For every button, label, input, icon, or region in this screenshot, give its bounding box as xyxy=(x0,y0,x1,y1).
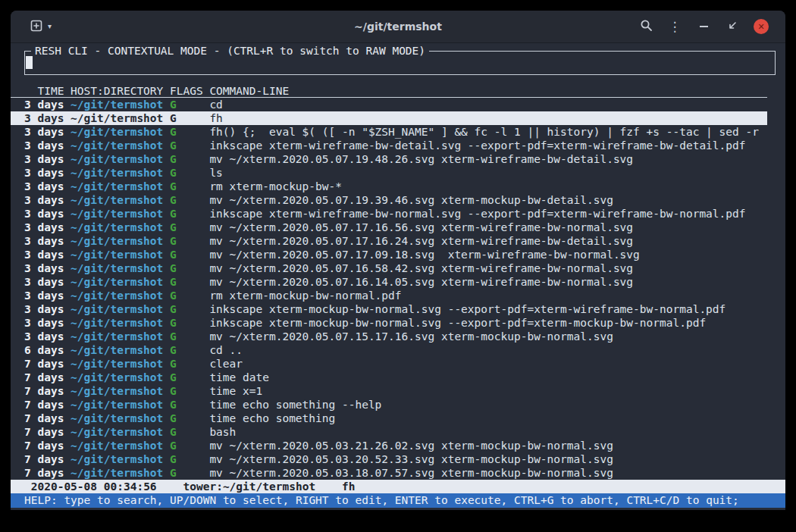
chevron-down-icon: ▾ xyxy=(48,23,52,30)
history-row[interactable]: 3 days ~/git/termshot G cd xyxy=(11,98,767,111)
history-row[interactable]: 3 days ~/git/termshot G mv ~/xterm.2020.… xyxy=(11,193,767,207)
row-time: 3 days xyxy=(24,261,64,275)
history-row[interactable]: 3 days ~/git/termshot G inkscape xterm-w… xyxy=(11,139,767,152)
resh-search-box[interactable]: RESH CLI - CONTEXTUAL MODE - (CTRL+R to … xyxy=(24,51,776,75)
row-flags: G xyxy=(170,207,203,221)
row-flags: G xyxy=(170,439,203,452)
row-time: 3 days xyxy=(24,98,64,111)
row-host: ~/git/termshot xyxy=(71,234,163,248)
row-host: ~/git/termshot xyxy=(71,466,163,480)
row-time: 3 days xyxy=(24,193,64,207)
row-command: clear xyxy=(209,357,243,371)
history-row[interactable]: 3 days ~/git/termshot G fh xyxy=(11,111,767,125)
history-row[interactable]: 3 days ~/git/termshot G fh() {; eval $( … xyxy=(11,125,767,139)
row-flags: G xyxy=(170,125,203,139)
row-flags: G xyxy=(170,316,203,330)
row-command: mv ~/xterm.2020.05.07.15.17.16.svg xterm… xyxy=(209,330,613,343)
row-flags: G xyxy=(170,234,203,248)
row-time: 6 days xyxy=(24,343,64,357)
row-host: ~/git/termshot xyxy=(71,343,163,357)
history-row[interactable]: 7 days ~/git/termshot G mv ~/xterm.2020.… xyxy=(11,439,767,452)
row-host: ~/git/termshot xyxy=(71,98,163,111)
history-row[interactable]: 7 days ~/git/termshot G mv ~/xterm.2020.… xyxy=(11,466,767,480)
row-command: mv ~/xterm.2020.05.07.19.48.26.svg xterm… xyxy=(209,152,633,166)
header-host-directory: HOST:DIRECTORY xyxy=(71,84,163,97)
header-command-line: COMMAND-LINE xyxy=(209,84,289,97)
row-host: ~/git/termshot xyxy=(71,330,163,343)
row-flags: G xyxy=(170,343,203,357)
row-time: 3 days xyxy=(24,111,64,125)
history-row[interactable]: 3 days ~/git/termshot G mv ~/xterm.2020.… xyxy=(11,221,767,234)
history-row[interactable]: 7 days ~/git/termshot G mv ~/xterm.2020.… xyxy=(11,452,767,466)
row-host: ~/git/termshot xyxy=(71,193,163,207)
history-row[interactable]: 3 days ~/git/termshot G mv ~/xterm.2020.… xyxy=(11,248,767,261)
close-button[interactable]: ✕ xyxy=(754,19,769,34)
resh-box-title: RESH CLI - CONTEXTUAL MODE - (CTRL+R to … xyxy=(31,44,429,58)
history-row[interactable]: 7 days ~/git/termshot G time date xyxy=(11,371,767,384)
row-host: ~/git/termshot xyxy=(71,371,163,384)
minimize-icon xyxy=(700,26,708,27)
new-tab-icon xyxy=(30,20,42,34)
row-time: 7 days xyxy=(24,425,64,439)
history-row[interactable]: 7 days ~/git/termshot G clear xyxy=(11,357,767,371)
history-row[interactable]: 7 days ~/git/termshot G bash xyxy=(11,425,767,439)
row-host: ~/git/termshot xyxy=(71,302,163,316)
history-row[interactable]: 7 days ~/git/termshot G time echo someth… xyxy=(11,398,767,412)
row-command: mv ~/xterm.2020.05.07.19.39.46.svg xterm… xyxy=(209,193,613,207)
row-flags: G xyxy=(170,261,203,275)
history-row[interactable]: 3 days ~/git/termshot G mv ~/xterm.2020.… xyxy=(11,152,767,166)
history-row[interactable]: 3 days ~/git/termshot G mv ~/xterm.2020.… xyxy=(11,330,767,343)
row-time: 7 days xyxy=(24,452,64,466)
search-button[interactable] xyxy=(638,19,653,34)
row-host: ~/git/termshot xyxy=(71,425,163,439)
history-row[interactable]: 7 days ~/git/termshot G time echo someth… xyxy=(11,412,767,425)
row-host: ~/git/termshot xyxy=(71,452,163,466)
row-flags: G xyxy=(170,371,203,384)
row-command: mv ~/xterm.2020.05.07.17.09.18.svg xterm… xyxy=(209,248,639,261)
row-host: ~/git/termshot xyxy=(71,398,163,412)
history-row[interactable]: 3 days ~/git/termshot G mv ~/xterm.2020.… xyxy=(11,261,767,275)
row-host: ~/git/termshot xyxy=(71,180,163,193)
status-bar: 2020-05-08 00:34:56 tower:~/git/termshot… xyxy=(11,480,785,493)
history-row[interactable]: 7 days ~/git/termshot G time x=1 xyxy=(11,384,767,398)
history-row[interactable]: 3 days ~/git/termshot G inkscape xterm-w… xyxy=(11,207,767,221)
row-command: inkscape xterm-wireframe-bw-detail.svg -… xyxy=(209,139,745,152)
row-command: mv ~/xterm.2020.05.03.18.07.57.svg xterm… xyxy=(209,466,613,480)
restore-button[interactable] xyxy=(725,19,740,34)
row-host: ~/git/termshot xyxy=(71,412,163,425)
history-row[interactable]: 6 days ~/git/termshot G cd .. xyxy=(11,343,767,357)
history-row[interactable]: 3 days ~/git/termshot G mv ~/xterm.2020.… xyxy=(11,234,767,248)
header-time: TIME xyxy=(24,84,64,97)
row-command: mv ~/xterm.2020.05.07.16.14.05.svg xterm… xyxy=(209,275,633,289)
new-tab-button[interactable]: ▾ xyxy=(30,20,52,34)
row-command: cd .. xyxy=(209,343,243,357)
row-host: ~/git/termshot xyxy=(71,152,163,166)
terminal-content[interactable]: RESH CLI - CONTEXTUAL MODE - (CTRL+R to … xyxy=(11,43,785,510)
row-flags: G xyxy=(170,330,203,343)
row-flags: G xyxy=(170,275,203,289)
minimize-button[interactable] xyxy=(696,19,711,34)
menu-button[interactable]: ⋮ xyxy=(667,19,682,34)
history-row[interactable]: 3 days ~/git/termshot G ls xyxy=(11,166,767,180)
row-host: ~/git/termshot xyxy=(71,261,163,275)
row-command: fh() {; eval $( ([ -n "$ZSH_NAME" ] && f… xyxy=(209,125,759,139)
titlebar[interactable]: ▾ ~/git/termshot ⋮ xyxy=(11,11,785,43)
history-row[interactable]: 3 days ~/git/termshot G rm xterm-mockup-… xyxy=(11,180,767,193)
row-flags: G xyxy=(170,466,203,480)
history-row[interactable]: 3 days ~/git/termshot G rm xterm-mockup-… xyxy=(11,289,767,302)
row-command: mv ~/xterm.2020.05.07.17.16.24.svg xterm… xyxy=(209,234,633,248)
row-host: ~/git/termshot xyxy=(71,275,163,289)
history-row[interactable]: 3 days ~/git/termshot G inkscape xterm-m… xyxy=(11,316,767,330)
history-row[interactable]: 3 days ~/git/termshot G mv ~/xterm.2020.… xyxy=(11,275,767,289)
row-command: rm xterm-mockup-bw-normal.pdf xyxy=(209,289,401,302)
history-rows: 3 days ~/git/termshot G cd 3 days ~/git/… xyxy=(11,98,785,480)
row-time: 7 days xyxy=(24,398,64,412)
row-flags: G xyxy=(170,302,203,316)
row-host: ~/git/termshot xyxy=(71,248,163,261)
kebab-menu-icon: ⋮ xyxy=(669,20,682,33)
row-host: ~/git/termshot xyxy=(71,384,163,398)
row-time: 3 days xyxy=(24,248,64,261)
row-command: inkscape xterm-wireframe-bw-normal.svg -… xyxy=(209,207,745,221)
history-row[interactable]: 3 days ~/git/termshot G inkscape xterm-m… xyxy=(11,302,767,316)
row-command: inkscape xterm-mockup-bw-normal.svg --ex… xyxy=(209,316,706,330)
